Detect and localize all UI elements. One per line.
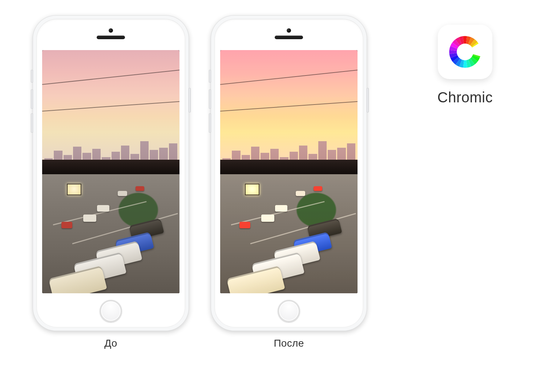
car-icon <box>97 205 109 212</box>
car-icon <box>275 205 287 212</box>
photo-street <box>220 174 358 293</box>
car-icon <box>136 186 144 191</box>
app-name: Chromic <box>425 89 505 106</box>
caption-after: После <box>211 338 367 349</box>
photo-window-frame <box>42 160 179 174</box>
car-icon <box>239 222 250 228</box>
phone-power-button <box>189 88 191 113</box>
app-icon <box>438 25 492 79</box>
phone-mockup-before <box>33 15 189 331</box>
photo-after <box>220 50 358 293</box>
phone-earpiece-icon <box>97 36 125 39</box>
phone-volume-up <box>31 89 33 109</box>
billboard-icon <box>245 184 259 195</box>
app-badge: Chromic <box>425 25 505 106</box>
chromic-color-wheel-c-icon <box>446 33 484 71</box>
phone-volume-down <box>31 113 33 133</box>
car-icon <box>296 191 305 196</box>
comparison-stage: До <box>0 0 545 392</box>
phone-mute-switch <box>209 70 211 83</box>
phone-power-button <box>367 88 369 113</box>
caption-before: До <box>33 338 189 349</box>
car-icon <box>118 191 127 196</box>
phone-volume-down <box>209 113 211 133</box>
photo-before <box>42 50 179 293</box>
phone-earpiece-icon <box>275 36 303 39</box>
phone-home-button <box>278 300 300 322</box>
car-icon <box>261 215 274 222</box>
car-icon <box>83 215 96 222</box>
billboard-icon <box>67 184 81 195</box>
phone-volume-up <box>209 89 211 109</box>
phone-mockup-after <box>211 15 367 331</box>
photo-street <box>42 174 179 293</box>
car-icon <box>314 186 322 191</box>
photo-window-frame <box>220 160 358 174</box>
phone-front-camera-icon <box>109 28 113 33</box>
phone-mute-switch <box>31 70 33 83</box>
car-icon <box>61 222 72 228</box>
phone-home-button <box>100 300 122 322</box>
phone-front-camera-icon <box>287 28 291 33</box>
